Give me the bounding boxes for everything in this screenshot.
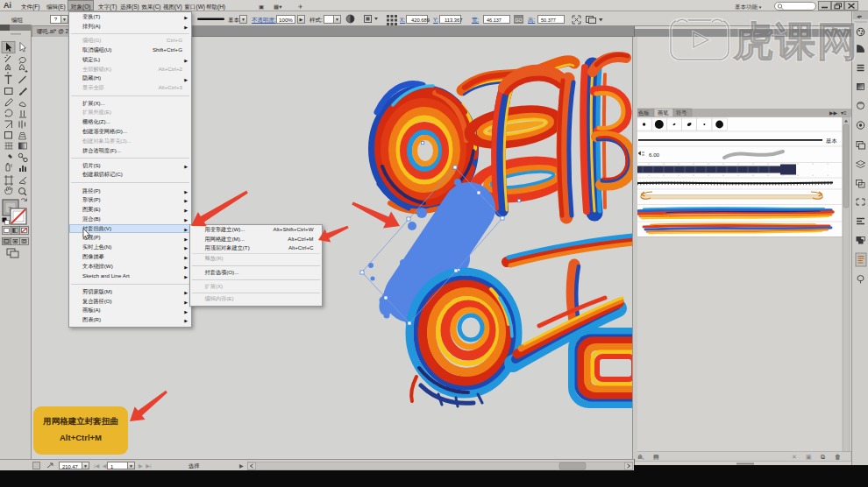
svg-text:▤: ▤	[653, 454, 659, 460]
svg-text:符号: 符号	[676, 109, 687, 116]
svg-text:▶▶: ▶▶	[829, 110, 838, 116]
svg-text:6.00: 6.00	[649, 152, 660, 158]
svg-text:画笔: 画笔	[658, 109, 669, 116]
svg-text:色板: 色板	[638, 109, 650, 116]
svg-text:▾≡: ▾≡	[841, 110, 847, 116]
svg-text:◂▪: ◂▪	[857, 13, 863, 19]
svg-text:🗑: 🗑	[835, 454, 841, 460]
svg-text:✕: ✕	[792, 454, 797, 460]
svg-text:⋒,: ⋒,	[637, 454, 644, 460]
svg-text:⧉: ⧉	[821, 454, 825, 460]
svg-text:基本: 基本	[825, 138, 837, 144]
svg-text:▣: ▣	[806, 454, 812, 460]
